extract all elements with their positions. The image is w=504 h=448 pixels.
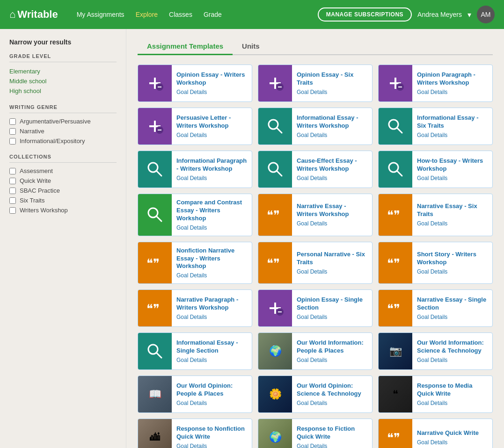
filter-assessment[interactable]: Assessment [9, 167, 117, 174]
card-goal-details-link[interactable]: Goal Details [417, 439, 479, 446]
card-item[interactable]: Opinion Paragraph - Writers WorkshopGoal… [378, 65, 493, 102]
user-name: Andrea Meyers [417, 11, 462, 18]
card-body: Narrative Quick WriteGoal Details [412, 419, 483, 448]
filter-narrative-checkbox[interactable] [9, 128, 16, 135]
card-item[interactable]: Opinion Essay - Six TraitsGoal Details [258, 65, 373, 102]
filter-six-traits-checkbox[interactable] [9, 197, 16, 204]
card-goal-details-link[interactable]: Goal Details [176, 272, 247, 279]
card-goal-details-link[interactable]: Goal Details [417, 132, 488, 138]
card-item[interactable]: 🌼Our World Opinion: Science & Technology… [258, 376, 373, 413]
card-item[interactable]: ❝❞ Narrative Essay - Six TraitsGoal Deta… [378, 194, 493, 236]
filter-argumentative-checkbox[interactable] [9, 118, 16, 125]
card-goal-details-link[interactable]: Goal Details [297, 400, 367, 406]
card-item[interactable]: 📷Our World Information: Science & Techno… [378, 332, 493, 370]
card-goal-details-link[interactable]: Goal Details [176, 400, 247, 406]
manage-subscriptions-button[interactable]: MANAGE SUBSCRIPTIONS [318, 7, 412, 22]
svg-rect-17 [154, 121, 156, 132]
card-goal-details-link[interactable]: Goal Details [176, 224, 247, 231]
card-thumb [258, 290, 292, 326]
card-item[interactable]: Informational Essay - Single SectionGoal… [138, 332, 252, 370]
filter-writing-genre: WRITING GENRE Argumentative/Persuasive N… [9, 104, 117, 145]
cards-grid: Opinion Essay - Writers WorkshopGoal Det… [138, 65, 493, 448]
filter-middle-school[interactable]: Middle school [9, 78, 47, 85]
card-item[interactable]: ❝Response to Media Quick WriteGoal Detai… [378, 376, 493, 413]
nav-classes[interactable]: Classes [169, 11, 192, 18]
card-item[interactable]: Persuasive Letter - Writers WorkshopGoal… [138, 108, 252, 145]
card-item[interactable]: Compare and Contrast Essay - Writers Wor… [138, 194, 252, 236]
card-goal-details-link[interactable]: Goal Details [417, 357, 488, 363]
nav-explore[interactable]: Explore [136, 11, 158, 18]
svg-line-29 [397, 171, 402, 176]
card-goal-details-link[interactable]: Goal Details [297, 175, 367, 181]
card-item[interactable]: ❝❞ Narrative Essay - Single SectionGoal … [378, 289, 493, 327]
filter-writers-workshop-checkbox[interactable] [9, 207, 16, 214]
card-item[interactable]: ❝❞ Narrative Quick WriteGoal Details [378, 419, 493, 448]
card-goal-details-link[interactable]: Goal Details [297, 89, 367, 95]
card-item[interactable]: ❝❞ Nonfiction Narrative Essay - Writers … [138, 242, 252, 284]
card-item[interactable]: ❝❞ Narrative Paragraph - Writers Worksho… [138, 289, 252, 327]
card-title: Our World Opinion: People & Places [176, 382, 247, 398]
card-goal-details-link[interactable]: Goal Details [297, 314, 367, 320]
tab-units[interactable]: Units [233, 38, 269, 55]
svg-rect-12 [394, 78, 396, 89]
card-goal-details-link[interactable]: Goal Details [176, 175, 247, 181]
filter-writers-workshop[interactable]: Writers Workshop [9, 207, 117, 214]
dropdown-icon[interactable]: ▾ [467, 10, 471, 19]
card-goal-details-link[interactable]: Goal Details [176, 132, 247, 138]
card-goal-details-link[interactable]: Goal Details [297, 220, 367, 227]
card-item[interactable]: Informational Paragraph - Writers Worksh… [138, 151, 252, 188]
filter-sbac-checkbox[interactable] [9, 188, 16, 194]
card-item[interactable]: ❝❞ Short Story - Writers WorkshopGoal De… [378, 242, 493, 284]
card-item[interactable]: ❝❞ Narrative Essay - Writers WorkshopGoa… [258, 194, 373, 236]
card-goal-details-link[interactable]: Goal Details [297, 132, 367, 138]
card-goal-details-link[interactable]: Goal Details [297, 357, 367, 363]
card-goal-details-link[interactable]: Goal Details [417, 220, 488, 227]
card-thumb [138, 194, 172, 236]
nav-my-assignments[interactable]: My Assignments [77, 11, 124, 18]
card-goal-details-link[interactable]: Goal Details [417, 175, 488, 181]
filter-quick-write[interactable]: Quick Write [9, 177, 117, 184]
card-item[interactable]: Informational Essay - Writers WorkshopGo… [258, 108, 373, 145]
filter-high-school[interactable]: High school [9, 87, 41, 94]
card-item[interactable]: 📖Our World Opinion: People & PlacesGoal … [138, 376, 252, 413]
logo-text: Writable [17, 8, 58, 21]
card-thumb: ❝❞ [138, 242, 172, 284]
card-body: Narrative Paragraph - Writers WorkshopGo… [172, 290, 252, 326]
card-goal-details-link[interactable]: Goal Details [417, 400, 488, 406]
tab-assignment-templates[interactable]: Assignment Templates [138, 38, 233, 55]
svg-text:❝❞: ❝❞ [146, 257, 160, 270]
filter-assessment-checkbox[interactable] [9, 168, 16, 174]
card-thumb: ❝❞ [379, 290, 412, 326]
card-goal-details-link[interactable]: Goal Details [297, 443, 367, 448]
svg-line-21 [277, 128, 282, 133]
card-goal-details-link[interactable]: Goal Details [176, 314, 247, 320]
card-item[interactable]: Opinion Essay - Single SectionGoal Detai… [258, 289, 373, 327]
card-goal-details-link[interactable]: Goal Details [417, 89, 488, 95]
filter-argumentative[interactable]: Argumentative/Persuasive [9, 118, 117, 125]
card-goal-details-link[interactable]: Goal Details [176, 89, 247, 95]
card-goal-details-link[interactable]: Goal Details [417, 314, 488, 320]
card-item[interactable]: 🏙Response to Nonfiction Quick WriteGoal … [138, 419, 252, 448]
filter-elementary[interactable]: Elementary [9, 68, 40, 75]
filter-six-traits[interactable]: Six Traits [9, 197, 117, 204]
filter-narrative[interactable]: Narrative [9, 128, 117, 135]
avatar: AM [477, 6, 495, 23]
svg-text:❝❞: ❝❞ [387, 209, 400, 222]
filter-informational[interactable]: Informational/Expository [9, 137, 117, 145]
card-item[interactable]: 🌍Response to Fiction Quick WriteGoal Det… [258, 419, 373, 448]
card-item[interactable]: How-to Essay - Writers WorkshopGoal Deta… [378, 151, 493, 188]
filter-quick-write-checkbox[interactable] [9, 178, 16, 184]
card-item[interactable]: Cause-Effect Essay - Writers WorkshopGoa… [258, 151, 373, 188]
card-goal-details-link[interactable]: Goal Details [297, 268, 367, 275]
card-goal-details-link[interactable]: Goal Details [417, 268, 488, 275]
card-item[interactable]: 🌍Our World Information: People & PlacesG… [258, 332, 373, 370]
card-goal-details-link[interactable]: Goal Details [176, 443, 247, 448]
filter-sbac[interactable]: SBAC Practice [9, 187, 117, 194]
card-item[interactable]: Informational Essay - Six TraitsGoal Det… [378, 108, 493, 145]
card-goal-details-link[interactable]: Goal Details [176, 357, 247, 363]
card-thumb [258, 65, 292, 101]
card-item[interactable]: ❝❞ Personal Narrative - Six TraitsGoal D… [258, 242, 373, 284]
nav-grade[interactable]: Grade [204, 11, 222, 18]
filter-informational-checkbox[interactable] [9, 138, 16, 145]
card-item[interactable]: Opinion Essay - Writers WorkshopGoal Det… [138, 65, 252, 102]
